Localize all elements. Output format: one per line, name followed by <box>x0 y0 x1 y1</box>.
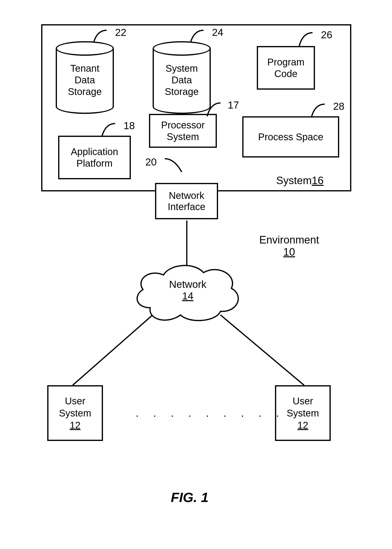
ref-24: 24 <box>212 27 223 38</box>
process-space-label: Process Space <box>258 131 323 143</box>
system-label: System16 <box>276 174 324 187</box>
system-label-text: System <box>276 174 312 186</box>
application-platform-box: Application Platform <box>58 136 131 179</box>
process-space-box: Process Space <box>242 116 339 157</box>
user-system-right-label: User System <box>287 395 319 419</box>
system-label-num: 16 <box>312 174 324 186</box>
callout-18 <box>101 121 122 138</box>
environment-label-text: Environment <box>259 234 319 246</box>
ellipsis-dots: . . . . . . . . . <box>136 407 285 419</box>
ref-17: 17 <box>228 99 239 111</box>
network-label: Network 14 <box>167 279 208 302</box>
environment-label-num: 10 <box>259 246 319 258</box>
network-interface-box: Network Interface <box>155 183 218 219</box>
user-system-left-label: User System <box>59 395 91 419</box>
ref-20: 20 <box>145 156 157 168</box>
system-data-storage: System Data Storage <box>153 41 211 114</box>
callout-20 <box>164 156 185 173</box>
network-label-num: 14 <box>167 290 208 302</box>
user-system-left: User System 12 <box>47 385 103 441</box>
environment-label: Environment 10 <box>259 234 319 258</box>
user-system-left-num: 12 <box>70 419 81 431</box>
figure-label: FIG. 1 <box>171 489 209 505</box>
system-data-storage-label: System Data Storage <box>165 63 199 97</box>
tenant-data-storage-label: Tenant Data Storage <box>68 63 102 97</box>
tenant-data-storage: Tenant Data Storage <box>56 41 114 114</box>
diagram-canvas: System16 Tenant Data Storage 22 System D… <box>0 0 392 549</box>
svg-line-1 <box>73 315 153 385</box>
application-platform-label: Application Platform <box>71 146 118 169</box>
program-code-label: Program Code <box>267 56 304 79</box>
ref-26: 26 <box>321 29 332 41</box>
user-system-right-num: 12 <box>298 419 308 431</box>
program-code-box: Program Code <box>257 46 315 90</box>
svg-line-2 <box>220 315 304 385</box>
callout-26 <box>298 30 320 47</box>
ref-28: 28 <box>333 101 345 112</box>
network-interface-label: Network Interface <box>168 190 205 212</box>
ref-22: 22 <box>115 27 126 38</box>
processor-system-box: Processor System <box>149 114 217 148</box>
processor-system-label: Processor System <box>161 119 205 142</box>
ref-18: 18 <box>124 120 135 132</box>
callout-28 <box>310 102 332 119</box>
network-label-text: Network <box>167 279 208 290</box>
